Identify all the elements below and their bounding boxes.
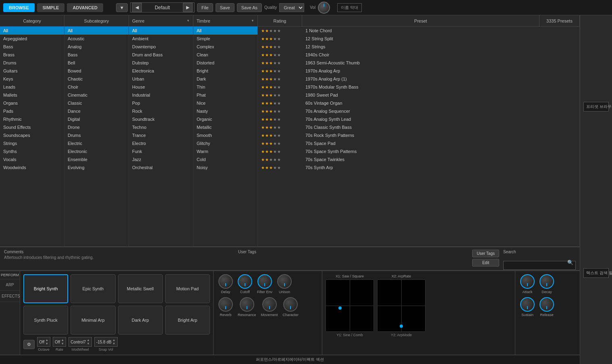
resonance-knob[interactable] bbox=[240, 297, 254, 312]
tab-browse[interactable]: BROWSE bbox=[3, 3, 35, 12]
preset-row[interactable]: ★★★★★70s Analog Synth Lead bbox=[258, 115, 579, 123]
star-icon[interactable]: ★ bbox=[265, 85, 269, 89]
pad-button[interactable]: Epic Synth bbox=[71, 274, 115, 303]
category-item[interactable]: All bbox=[0, 27, 64, 35]
filter-env-knob[interactable] bbox=[257, 274, 272, 289]
col-header-subcategory[interactable]: Subcategory bbox=[64, 15, 129, 26]
genre-item[interactable]: Industrial bbox=[129, 91, 193, 99]
star-icon[interactable]: ★ bbox=[273, 109, 277, 114]
star-icon[interactable]: ★ bbox=[269, 117, 273, 122]
tab-arp[interactable]: ARP bbox=[0, 279, 20, 291]
star-icon[interactable]: ★ bbox=[277, 165, 281, 170]
category-item[interactable]: Arpeggiated bbox=[0, 35, 64, 43]
preset-row[interactable]: ★★★★★12 String Split bbox=[258, 35, 579, 43]
star-icon[interactable]: ★ bbox=[261, 157, 265, 162]
star-icon[interactable]: ★ bbox=[277, 157, 281, 162]
star-icon[interactable]: ★ bbox=[277, 37, 281, 41]
subcategory-item[interactable]: Ensemble bbox=[64, 155, 129, 163]
star-icon[interactable]: ★ bbox=[269, 141, 273, 146]
star-icon[interactable]: ★ bbox=[277, 69, 281, 73]
genre-item[interactable]: Jazz bbox=[129, 155, 193, 163]
star-icon[interactable]: ★ bbox=[277, 77, 281, 81]
star-icon[interactable]: ★ bbox=[261, 77, 265, 81]
category-item[interactable]: Mallets bbox=[0, 91, 64, 99]
preset-row[interactable]: ★★★★★1963 Semi-Acoustic Thumb bbox=[258, 59, 579, 67]
star-icon[interactable]: ★ bbox=[261, 29, 265, 33]
subcategory-item[interactable]: Analog bbox=[64, 43, 129, 51]
save-btn[interactable]: Save bbox=[216, 3, 234, 12]
star-icon[interactable]: ★ bbox=[265, 109, 269, 114]
star-icon[interactable]: ★ bbox=[269, 77, 273, 81]
star-icon[interactable]: ★ bbox=[261, 45, 265, 49]
star-icon[interactable]: ★ bbox=[261, 133, 265, 138]
star-icon[interactable]: ★ bbox=[269, 37, 273, 41]
vol-knob[interactable] bbox=[318, 2, 330, 14]
delay-knob[interactable] bbox=[218, 274, 233, 289]
unison-knob[interactable] bbox=[277, 274, 292, 289]
timbre-item[interactable]: Distorted bbox=[193, 59, 257, 67]
edit-btn[interactable]: Edit bbox=[472, 259, 499, 267]
star-icon[interactable]: ★ bbox=[273, 77, 277, 81]
star-icon[interactable]: ★ bbox=[269, 101, 273, 105]
star-icon[interactable]: ★ bbox=[265, 69, 269, 73]
timbre-item[interactable]: Organic bbox=[193, 115, 257, 123]
star-icon[interactable]: ★ bbox=[269, 29, 273, 33]
star-icon[interactable]: ★ bbox=[269, 133, 273, 138]
timbre-item[interactable]: Metallic bbox=[193, 123, 257, 131]
reverb-knob[interactable] bbox=[218, 297, 233, 312]
star-icon[interactable]: ★ bbox=[269, 125, 273, 130]
genre-item[interactable]: Electronica bbox=[129, 67, 193, 75]
star-icon[interactable]: ★ bbox=[273, 53, 277, 57]
category-item[interactable]: Sound Effects bbox=[0, 123, 64, 131]
subcategory-item[interactable]: Cinematic bbox=[64, 91, 129, 99]
attack-knob[interactable] bbox=[520, 274, 535, 289]
genre-item[interactable]: Trance bbox=[129, 131, 193, 139]
star-icon[interactable]: ★ bbox=[261, 109, 265, 114]
pad-button[interactable]: Motion Pad bbox=[165, 274, 210, 303]
tab-perform[interactable]: PERFORM bbox=[0, 271, 20, 279]
genre-item[interactable]: Techno bbox=[129, 123, 193, 131]
preset-row[interactable]: ★★★★★70s Space Synth Patterns bbox=[258, 147, 579, 155]
timbre-item[interactable]: Nasty bbox=[193, 107, 257, 115]
star-icon[interactable]: ★ bbox=[273, 69, 277, 73]
star-icon[interactable]: ★ bbox=[269, 165, 273, 170]
star-icon[interactable]: ★ bbox=[269, 53, 273, 57]
genre-item[interactable]: Orchestral bbox=[129, 163, 193, 172]
star-icon[interactable]: ★ bbox=[273, 61, 277, 65]
genre-item[interactable]: All bbox=[129, 27, 193, 35]
star-icon[interactable]: ★ bbox=[273, 133, 277, 138]
preset-row[interactable]: ★★★★★60s Vintage Organ bbox=[258, 99, 579, 107]
timbre-item[interactable]: Nice bbox=[193, 99, 257, 107]
quality-select[interactable]: Great Good Best bbox=[279, 3, 304, 12]
star-icon[interactable]: ★ bbox=[277, 117, 281, 122]
star-icon[interactable]: ★ bbox=[273, 29, 277, 33]
preset-row[interactable]: ★★★★★70s Rock Synth Patterns bbox=[258, 131, 579, 139]
subcategory-item[interactable]: Bowed bbox=[64, 67, 129, 75]
sustain-knob[interactable] bbox=[520, 297, 535, 312]
genre-item[interactable]: Electro bbox=[129, 139, 193, 147]
save-as-btn[interactable]: Save As bbox=[237, 3, 262, 12]
genre-item[interactable]: Soundtrack bbox=[129, 115, 193, 123]
star-icon[interactable]: ★ bbox=[277, 45, 281, 49]
genre-item[interactable]: Drum and Bass bbox=[129, 51, 193, 59]
star-icon[interactable]: ★ bbox=[269, 93, 273, 97]
snapvol-arrows[interactable]: ▲▼ bbox=[112, 338, 116, 345]
col-header-genre[interactable]: Genre ▼ bbox=[129, 15, 193, 26]
star-icon[interactable]: ★ bbox=[265, 29, 269, 33]
genre-item[interactable]: Ambient bbox=[129, 35, 193, 43]
star-icon[interactable]: ★ bbox=[265, 101, 269, 105]
star-icon[interactable]: ★ bbox=[265, 61, 269, 65]
file-btn[interactable]: File bbox=[197, 3, 213, 12]
category-item[interactable]: Pads bbox=[0, 107, 64, 115]
tab-effects[interactable]: EFFECTS bbox=[0, 291, 20, 302]
pad-button[interactable]: Synth Pluck bbox=[23, 306, 68, 335]
rate-arrows[interactable]: ▲▼ bbox=[61, 338, 64, 345]
preset-prev-btn[interactable]: ◀ bbox=[132, 3, 142, 12]
star-icon[interactable]: ★ bbox=[273, 37, 277, 41]
subcategory-item[interactable]: Choir bbox=[64, 83, 129, 91]
star-icon[interactable]: ★ bbox=[273, 93, 277, 97]
subcategory-item[interactable]: Classic bbox=[64, 99, 129, 107]
search-icon[interactable]: 🔍 bbox=[567, 260, 573, 265]
timbre-item[interactable]: Thin bbox=[193, 83, 257, 91]
col-header-category[interactable]: Category bbox=[0, 15, 64, 26]
